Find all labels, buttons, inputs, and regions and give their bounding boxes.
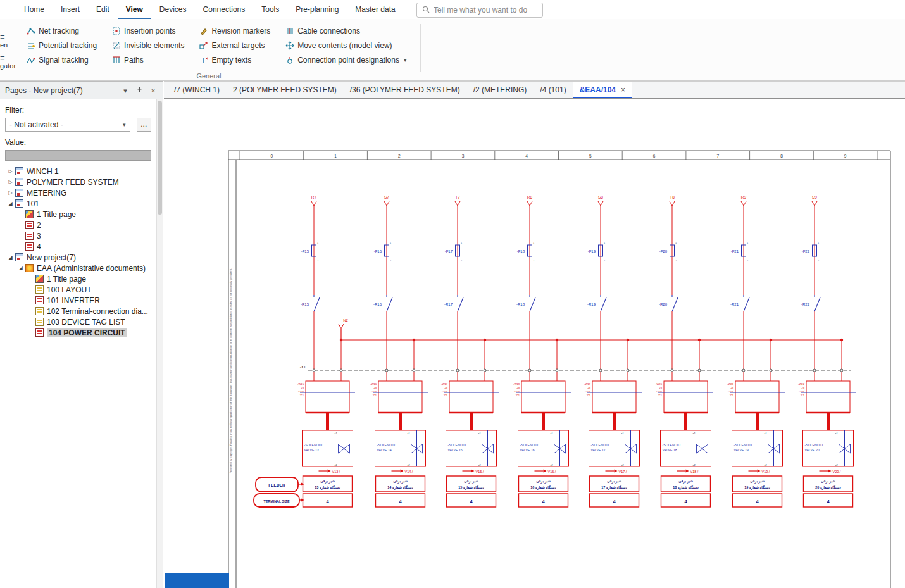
tree-item-label: 4 <box>37 242 41 251</box>
page-tab-5[interactable]: /4 (101) <box>534 82 573 98</box>
tree-collapsed-arrow-icon[interactable]: ▷ <box>6 179 15 185</box>
svg-text:1: 1 <box>461 242 462 244</box>
scrollbar[interactable] <box>156 99 163 588</box>
tree-item-1-title-page[interactable]: 1 Title page <box>5 273 151 284</box>
terminal-strip-x1[interactable]: -X1 <box>300 365 851 370</box>
page-tab-4[interactable]: /2 (METERING) <box>467 82 534 98</box>
svg-text:2*1: 2*1 <box>373 394 377 397</box>
pin-icon[interactable] <box>135 86 144 95</box>
svg-text:R8: R8 <box>527 195 533 199</box>
svg-text:-SOLENOID: -SOLENOID <box>734 443 752 447</box>
page-tab-1[interactable]: /7 (WINCH 1) <box>168 82 227 98</box>
ribbon-button-signal-tracking[interactable]: Signal tracking <box>23 53 101 67</box>
svg-text:دستگاه شماره 18: دستگاه شماره 18 <box>673 485 699 490</box>
tree-expanded-arrow-icon[interactable]: ◢ <box>6 254 15 260</box>
schematic-svg[interactable]: 0123456789Protected by copyright. Passin… <box>164 99 905 588</box>
scrollbar-thumb[interactable] <box>158 101 162 215</box>
circuit-column-1[interactable]: R7-F1512-R15-W152x220V2*1-SOLENOIDVALVE … <box>297 195 355 507</box>
circuit-column-6[interactable]: T8-F2012-R20-W202x220V2*1-SOLENOIDVALVE … <box>656 195 713 507</box>
tree-collapsed-arrow-icon[interactable]: ▷ <box>6 168 15 174</box>
page-icon-page-red <box>35 328 44 337</box>
tree-item-102-terminal-connection-dia-[interactable]: 102 Terminal-connection dia... <box>5 306 151 316</box>
menu-insert[interactable]: Insert <box>53 0 88 19</box>
ribbon-button-cable-connections[interactable]: Cable connections <box>282 24 410 38</box>
neutral-bus-n2[interactable]: N2 <box>339 318 842 340</box>
svg-text:4: 4 <box>399 499 402 504</box>
circuit-column-3[interactable]: T7-F1712-R17-W172x220V2*1-SOLENOIDVALVE … <box>441 195 499 507</box>
tree-item-polymer-feed-system[interactable]: ▷POLYMER FEED SYSTEM <box>5 177 151 187</box>
tree-expanded-arrow-icon[interactable]: ◢ <box>6 201 15 206</box>
value-input[interactable] <box>5 150 151 161</box>
tree-item-103-device-tag-list[interactable]: 103 DEVICE TAG LIST <box>5 316 151 327</box>
menu-connections[interactable]: Connections <box>195 0 254 19</box>
ribbon-button-external-targets[interactable]: External targets <box>196 39 274 53</box>
svg-text:220V: 220V <box>441 390 447 393</box>
tree-item-2[interactable]: 2 <box>5 220 151 230</box>
circuit-column-2[interactable]: S7-F1612-R16-W162x220V2*1-SOLENOIDVALVE … <box>370 195 428 507</box>
panel-menu-chevron-icon[interactable]: ▾ <box>121 86 130 95</box>
ribbon-button-empty-texts[interactable]: TEmpty texts <box>196 53 274 67</box>
tree-item-winch-1[interactable]: ▷WINCH 1 <box>5 166 151 177</box>
menu-devices[interactable]: Devices <box>151 0 195 19</box>
ribbon: Net trackingPotential trackingSignal tra… <box>0 19 905 81</box>
tree-item-label: WINCH 1 <box>27 167 59 176</box>
ribbon-button-net-tracking[interactable]: Net tracking <box>23 24 101 38</box>
svg-text:شیر برقی: شیر برقی <box>464 479 478 484</box>
close-icon[interactable]: × <box>149 86 158 95</box>
tree-expanded-arrow-icon[interactable]: ◢ <box>16 265 25 271</box>
tree-item-3[interactable]: 3 <box>5 230 151 241</box>
ribbon-button-insertion-points[interactable]: Insertion points <box>108 24 188 38</box>
tree-item-4[interactable]: 4 <box>5 241 151 252</box>
tree-item-100-layout[interactable]: 100 LAYOUT <box>5 284 151 295</box>
more-button[interactable]: ... <box>137 118 151 132</box>
svg-text:دستگاه شماره 15: دستگاه شماره 15 <box>458 485 484 490</box>
circuit-column-7[interactable]: R9-F2112-R21-W212x220V2*1-SOLENOIDVALVE … <box>727 195 785 507</box>
tree-item-101[interactable]: ◢101 <box>5 198 151 209</box>
filter-dropdown[interactable]: - Not activated - ▾ <box>5 118 130 132</box>
ribbon-button-paths[interactable]: Paths <box>108 53 188 67</box>
clipped-left-panel-buttons[interactable]: ≡ en ≡ gators <box>0 33 16 75</box>
svg-text:دستگاه شماره 13: دستگاه شماره 13 <box>315 485 340 490</box>
circuit-column-8[interactable]: S9-F2212-R22-W222x220V2*1-SOLENOIDVALVE … <box>798 195 856 507</box>
circuit-column-4[interactable]: R8-F1812-R18-W182x220V2*1-SOLENOIDVALVE … <box>513 195 571 507</box>
page-icon-page-yellow <box>35 307 44 315</box>
menu-master-data[interactable]: Master data <box>347 0 403 19</box>
ribbon-button-revision-markers[interactable]: Revision markers <box>196 24 274 38</box>
ribbon-button-connection-points[interactable]: Connection point designations▾ <box>282 53 410 67</box>
tree-item-1-title-page[interactable]: 1 Title page <box>5 209 151 220</box>
ribbon-button-label: Invisible elements <box>124 41 184 50</box>
page-tab-6[interactable]: &EAA/104× <box>573 82 632 98</box>
tree-item-new-project-7-[interactable]: ◢New project(7) <box>5 252 151 263</box>
menu-view[interactable]: View <box>118 0 151 19</box>
svg-text:2*1: 2*1 <box>444 394 448 397</box>
clipped-open-button[interactable]: ≡ en <box>0 33 16 49</box>
tree-item-101-inverter[interactable]: 101 INVERTER <box>5 295 151 306</box>
menu-pre-planning[interactable]: Pre-planning <box>287 0 347 19</box>
tree-collapsed-arrow-icon[interactable]: ▷ <box>6 190 15 196</box>
circuit-column-5[interactable]: S8-F1912-R19-W192x220V2*1-SOLENOIDVALVE … <box>584 195 642 507</box>
svg-text:S9: S9 <box>812 195 817 199</box>
page-icon-page-yellow <box>35 285 44 294</box>
menu-tools[interactable]: Tools <box>253 0 287 19</box>
ribbon-button-invisible-elements[interactable]: Invisible elements <box>108 39 188 53</box>
drawing-canvas[interactable]: 0123456789Protected by copyright. Passin… <box>164 99 905 588</box>
ribbon-button-move-contents[interactable]: Move contents (model view) <box>282 39 410 53</box>
ribbon-button-label: Potential tracking <box>39 41 97 50</box>
ribbon-button-potential-tracking[interactable]: Potential tracking <box>23 39 101 53</box>
page-tab-2[interactable]: 2 (POLYMER FEED SYSTEM) <box>227 82 344 98</box>
page-tab-3[interactable]: /36 (POLYMER FEED SYSTEM) <box>344 82 467 98</box>
search-box[interactable] <box>416 3 543 18</box>
tab-close-icon[interactable]: × <box>621 85 625 94</box>
search-input[interactable] <box>434 6 537 15</box>
clipped-navigators-button[interactable]: ≡ gators <box>0 54 16 70</box>
ribbon-button-label: Move contents (model view) <box>297 41 392 50</box>
svg-text:-R22: -R22 <box>801 303 810 306</box>
menu-items: HomeInsertEditViewDevicesConnectionsTool… <box>16 0 404 19</box>
tree-item-eaa-administrative-documents-[interactable]: ◢EAA (Administrative documents) <box>5 263 151 273</box>
menu-edit[interactable]: Edit <box>88 0 118 19</box>
tree-item-metering[interactable]: ▷METERING <box>5 187 151 198</box>
svg-text:x2: x2 <box>407 463 410 466</box>
tree-item-104-power-circuit[interactable]: 104 POWER CIRCUIT <box>5 327 151 338</box>
tab-label: /4 (101) <box>540 85 566 94</box>
menu-home[interactable]: Home <box>16 0 53 19</box>
